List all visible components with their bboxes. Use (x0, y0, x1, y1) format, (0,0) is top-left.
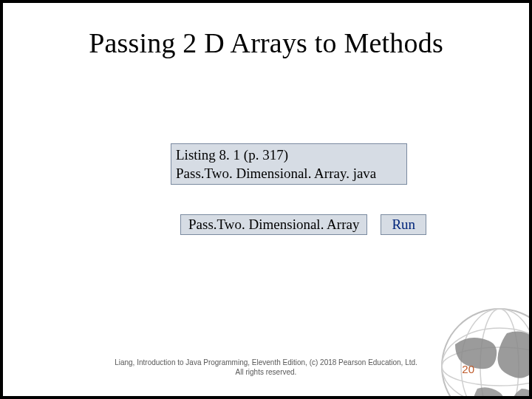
slide: Passing 2 D Arrays to Methods Listing 8.… (3, 3, 529, 396)
listing-line-2: Pass.Two. Dimensional. Array. java (176, 164, 402, 183)
listing-box: Listing 8. 1 (p. 317) Pass.Two. Dimensio… (171, 143, 407, 185)
svg-point-1 (442, 309, 529, 396)
globe-graphic (426, 293, 529, 396)
footer: Liang, Introduction to Java Programming,… (3, 358, 529, 377)
class-name-button[interactable]: Pass.Two. Dimensional. Array (180, 214, 367, 235)
svg-point-4 (480, 309, 519, 396)
footer-line-2: All rights reserved. (3, 367, 529, 377)
button-row: Pass.Two. Dimensional. Array Run (180, 214, 426, 235)
slide-title: Passing 2 D Arrays to Methods (3, 3, 529, 59)
run-button[interactable]: Run (381, 214, 426, 235)
footer-line-1: Liang, Introduction to Java Programming,… (3, 358, 529, 367)
svg-point-5 (461, 309, 529, 396)
listing-line-1: Listing 8. 1 (p. 317) (176, 146, 402, 164)
page-number: 20 (462, 363, 474, 375)
